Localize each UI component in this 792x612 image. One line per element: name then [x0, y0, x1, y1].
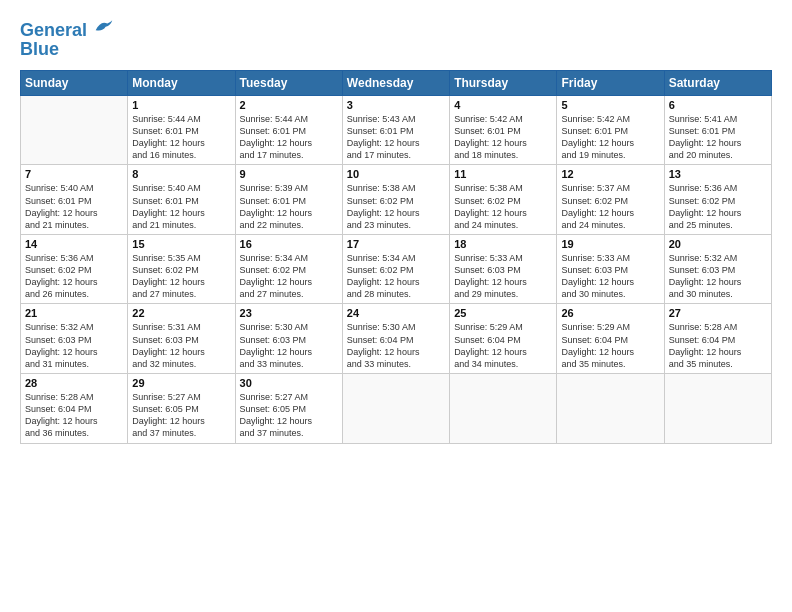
day-info: Sunrise: 5:34 AM Sunset: 6:02 PM Dayligh… — [240, 252, 338, 301]
day-number: 15 — [132, 238, 230, 250]
day-number: 22 — [132, 307, 230, 319]
day-number: 9 — [240, 168, 338, 180]
day-number: 1 — [132, 99, 230, 111]
day-number: 20 — [669, 238, 767, 250]
day-info: Sunrise: 5:43 AM Sunset: 6:01 PM Dayligh… — [347, 113, 445, 162]
calendar-day-cell: 11Sunrise: 5:38 AM Sunset: 6:02 PM Dayli… — [450, 165, 557, 235]
calendar-day-header: Friday — [557, 70, 664, 95]
day-info: Sunrise: 5:29 AM Sunset: 6:04 PM Dayligh… — [561, 321, 659, 370]
day-info: Sunrise: 5:41 AM Sunset: 6:01 PM Dayligh… — [669, 113, 767, 162]
calendar-day-cell: 29Sunrise: 5:27 AM Sunset: 6:05 PM Dayli… — [128, 374, 235, 444]
page: General Blue SundayMondayTuesdayWednesda… — [0, 0, 792, 612]
logo-bird-icon — [94, 16, 114, 36]
calendar-day-cell: 9Sunrise: 5:39 AM Sunset: 6:01 PM Daylig… — [235, 165, 342, 235]
calendar-day-cell: 5Sunrise: 5:42 AM Sunset: 6:01 PM Daylig… — [557, 95, 664, 165]
day-info: Sunrise: 5:37 AM Sunset: 6:02 PM Dayligh… — [561, 182, 659, 231]
calendar-day-cell: 18Sunrise: 5:33 AM Sunset: 6:03 PM Dayli… — [450, 234, 557, 304]
calendar-week-row: 7Sunrise: 5:40 AM Sunset: 6:01 PM Daylig… — [21, 165, 772, 235]
day-number: 10 — [347, 168, 445, 180]
calendar-day-cell — [21, 95, 128, 165]
day-number: 27 — [669, 307, 767, 319]
calendar-day-cell: 14Sunrise: 5:36 AM Sunset: 6:02 PM Dayli… — [21, 234, 128, 304]
day-number: 26 — [561, 307, 659, 319]
logo-general: General — [20, 20, 87, 40]
calendar-day-cell: 27Sunrise: 5:28 AM Sunset: 6:04 PM Dayli… — [664, 304, 771, 374]
day-number: 5 — [561, 99, 659, 111]
day-info: Sunrise: 5:33 AM Sunset: 6:03 PM Dayligh… — [561, 252, 659, 301]
day-number: 13 — [669, 168, 767, 180]
calendar-week-row: 14Sunrise: 5:36 AM Sunset: 6:02 PM Dayli… — [21, 234, 772, 304]
day-info: Sunrise: 5:28 AM Sunset: 6:04 PM Dayligh… — [25, 391, 123, 440]
day-info: Sunrise: 5:39 AM Sunset: 6:01 PM Dayligh… — [240, 182, 338, 231]
calendar-day-cell: 13Sunrise: 5:36 AM Sunset: 6:02 PM Dayli… — [664, 165, 771, 235]
day-number: 3 — [347, 99, 445, 111]
day-number: 30 — [240, 377, 338, 389]
day-number: 2 — [240, 99, 338, 111]
day-info: Sunrise: 5:44 AM Sunset: 6:01 PM Dayligh… — [240, 113, 338, 162]
calendar-table: SundayMondayTuesdayWednesdayThursdayFrid… — [20, 70, 772, 444]
day-info: Sunrise: 5:36 AM Sunset: 6:02 PM Dayligh… — [669, 182, 767, 231]
day-info: Sunrise: 5:32 AM Sunset: 6:03 PM Dayligh… — [669, 252, 767, 301]
day-info: Sunrise: 5:28 AM Sunset: 6:04 PM Dayligh… — [669, 321, 767, 370]
day-info: Sunrise: 5:40 AM Sunset: 6:01 PM Dayligh… — [132, 182, 230, 231]
day-number: 23 — [240, 307, 338, 319]
calendar-day-cell: 12Sunrise: 5:37 AM Sunset: 6:02 PM Dayli… — [557, 165, 664, 235]
calendar-week-row: 21Sunrise: 5:32 AM Sunset: 6:03 PM Dayli… — [21, 304, 772, 374]
calendar-day-cell: 2Sunrise: 5:44 AM Sunset: 6:01 PM Daylig… — [235, 95, 342, 165]
day-number: 18 — [454, 238, 552, 250]
day-info: Sunrise: 5:35 AM Sunset: 6:02 PM Dayligh… — [132, 252, 230, 301]
day-number: 16 — [240, 238, 338, 250]
day-info: Sunrise: 5:38 AM Sunset: 6:02 PM Dayligh… — [454, 182, 552, 231]
calendar-day-cell: 24Sunrise: 5:30 AM Sunset: 6:04 PM Dayli… — [342, 304, 449, 374]
day-info: Sunrise: 5:42 AM Sunset: 6:01 PM Dayligh… — [454, 113, 552, 162]
day-info: Sunrise: 5:30 AM Sunset: 6:03 PM Dayligh… — [240, 321, 338, 370]
calendar-day-cell: 23Sunrise: 5:30 AM Sunset: 6:03 PM Dayli… — [235, 304, 342, 374]
calendar-day-cell — [664, 374, 771, 444]
calendar-day-header: Sunday — [21, 70, 128, 95]
logo-blue: Blue — [20, 39, 114, 60]
day-info: Sunrise: 5:36 AM Sunset: 6:02 PM Dayligh… — [25, 252, 123, 301]
calendar-day-cell: 22Sunrise: 5:31 AM Sunset: 6:03 PM Dayli… — [128, 304, 235, 374]
calendar-day-cell — [342, 374, 449, 444]
day-number: 25 — [454, 307, 552, 319]
day-number: 28 — [25, 377, 123, 389]
day-number: 21 — [25, 307, 123, 319]
day-info: Sunrise: 5:40 AM Sunset: 6:01 PM Dayligh… — [25, 182, 123, 231]
day-info: Sunrise: 5:29 AM Sunset: 6:04 PM Dayligh… — [454, 321, 552, 370]
calendar-day-cell: 19Sunrise: 5:33 AM Sunset: 6:03 PM Dayli… — [557, 234, 664, 304]
calendar-day-cell — [557, 374, 664, 444]
calendar-day-header: Wednesday — [342, 70, 449, 95]
calendar-day-cell: 10Sunrise: 5:38 AM Sunset: 6:02 PM Dayli… — [342, 165, 449, 235]
day-info: Sunrise: 5:30 AM Sunset: 6:04 PM Dayligh… — [347, 321, 445, 370]
calendar-day-cell: 21Sunrise: 5:32 AM Sunset: 6:03 PM Dayli… — [21, 304, 128, 374]
calendar-day-cell: 4Sunrise: 5:42 AM Sunset: 6:01 PM Daylig… — [450, 95, 557, 165]
calendar-week-row: 28Sunrise: 5:28 AM Sunset: 6:04 PM Dayli… — [21, 374, 772, 444]
calendar-week-row: 1Sunrise: 5:44 AM Sunset: 6:01 PM Daylig… — [21, 95, 772, 165]
day-number: 29 — [132, 377, 230, 389]
logo-text: General — [20, 16, 114, 41]
calendar-day-header: Thursday — [450, 70, 557, 95]
calendar-day-cell: 30Sunrise: 5:27 AM Sunset: 6:05 PM Dayli… — [235, 374, 342, 444]
day-info: Sunrise: 5:34 AM Sunset: 6:02 PM Dayligh… — [347, 252, 445, 301]
day-info: Sunrise: 5:42 AM Sunset: 6:01 PM Dayligh… — [561, 113, 659, 162]
day-number: 7 — [25, 168, 123, 180]
calendar-day-cell: 15Sunrise: 5:35 AM Sunset: 6:02 PM Dayli… — [128, 234, 235, 304]
calendar-header-row: SundayMondayTuesdayWednesdayThursdayFrid… — [21, 70, 772, 95]
calendar-day-cell: 26Sunrise: 5:29 AM Sunset: 6:04 PM Dayli… — [557, 304, 664, 374]
calendar-day-cell: 3Sunrise: 5:43 AM Sunset: 6:01 PM Daylig… — [342, 95, 449, 165]
day-number: 11 — [454, 168, 552, 180]
day-info: Sunrise: 5:33 AM Sunset: 6:03 PM Dayligh… — [454, 252, 552, 301]
calendar-day-cell — [450, 374, 557, 444]
day-info: Sunrise: 5:32 AM Sunset: 6:03 PM Dayligh… — [25, 321, 123, 370]
calendar-day-header: Tuesday — [235, 70, 342, 95]
calendar-day-header: Saturday — [664, 70, 771, 95]
calendar-day-cell: 25Sunrise: 5:29 AM Sunset: 6:04 PM Dayli… — [450, 304, 557, 374]
calendar-day-cell: 20Sunrise: 5:32 AM Sunset: 6:03 PM Dayli… — [664, 234, 771, 304]
calendar-day-cell: 7Sunrise: 5:40 AM Sunset: 6:01 PM Daylig… — [21, 165, 128, 235]
day-number: 6 — [669, 99, 767, 111]
day-number: 17 — [347, 238, 445, 250]
day-info: Sunrise: 5:27 AM Sunset: 6:05 PM Dayligh… — [132, 391, 230, 440]
logo: General Blue — [20, 16, 114, 60]
day-info: Sunrise: 5:38 AM Sunset: 6:02 PM Dayligh… — [347, 182, 445, 231]
calendar-day-cell: 6Sunrise: 5:41 AM Sunset: 6:01 PM Daylig… — [664, 95, 771, 165]
